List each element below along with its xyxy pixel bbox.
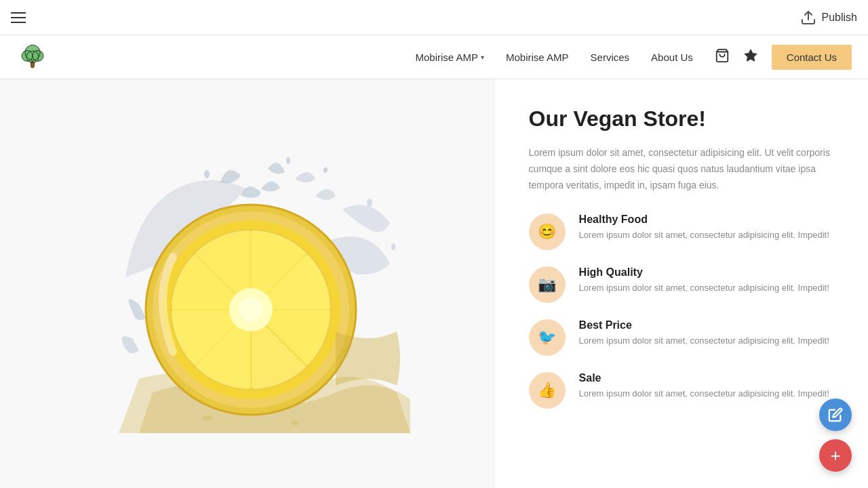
navbar: Mobirise AMP ▾ Mobirise AMP Services Abo…	[0, 35, 868, 79]
publish-label: Publish	[822, 12, 857, 24]
svg-point-18	[323, 167, 328, 173]
lemon-splash-image	[85, 142, 410, 426]
feature-icon-sale: 👍	[529, 372, 566, 409]
toolbar-right: Publish	[778, 9, 857, 26]
feature-icon-healthy-food: 😊	[529, 214, 566, 250]
feature-item-sale: 👍 Sale Lorem ipsum dolor sit amet, conse…	[529, 372, 841, 409]
main-content: Our Vegan Store! Lorem ipsum dolor sit a…	[0, 79, 868, 488]
toolbar-left	[11, 12, 26, 23]
feature-title-high-quality: High Quality	[579, 266, 841, 279]
cart-icon[interactable]	[715, 48, 730, 66]
section-description: Lorem ipsum dolor sit amet, consectetur …	[529, 145, 841, 193]
hero-image-section	[0, 79, 495, 488]
toolbar: Publish	[0, 0, 868, 35]
contact-button[interactable]: Contact Us	[772, 45, 852, 70]
svg-point-20	[391, 243, 395, 250]
feature-text-best-price: Best Price Lorem ipsum dolor sit amet, c…	[579, 319, 841, 348]
feature-item-high-quality: 📷 High Quality Lorem ipsum dolor sit ame…	[529, 266, 841, 303]
feature-icon-high-quality: 📷	[529, 266, 566, 303]
feature-desc-high-quality: Lorem ipsum dolor sit amet, consectetur …	[579, 281, 841, 296]
fab-add-button[interactable]: +	[819, 439, 852, 472]
feature-list: 😊 Healthy Food Lorem ipsum dolor sit ame…	[529, 214, 841, 409]
nav-link-mobirise1[interactable]: Mobirise AMP ▾	[416, 52, 485, 63]
nav-link-about[interactable]: About Us	[651, 52, 693, 63]
navbar-icons	[715, 48, 758, 66]
feature-text-sale: Sale Lorem ipsum dolor sit amet, consect…	[579, 372, 841, 401]
feature-text-healthy-food: Healthy Food Lorem ipsum dolor sit amet,…	[579, 214, 841, 243]
feature-item-healthy-food: 😊 Healthy Food Lorem ipsum dolor sit ame…	[529, 214, 841, 250]
fab-container: +	[819, 399, 852, 472]
publish-button[interactable]: Publish	[800, 9, 857, 26]
hamburger-icon[interactable]	[11, 12, 26, 23]
svg-point-36	[201, 415, 212, 421]
nav-link-services[interactable]: Services	[591, 52, 630, 63]
feature-title-best-price: Best Price	[579, 319, 841, 331]
feature-title-sale: Sale	[579, 372, 841, 384]
nav-link-mobirise2[interactable]: Mobirise AMP	[506, 52, 569, 63]
fab-edit-button[interactable]	[819, 399, 852, 431]
navbar-logo[interactable]	[16, 41, 49, 73]
feature-desc-best-price: Lorem ipsum dolor sit amet, consectetur …	[579, 334, 841, 348]
svg-point-17	[286, 157, 290, 164]
svg-point-33	[239, 298, 263, 322]
svg-point-37	[291, 421, 299, 425]
feature-text-high-quality: High Quality Lorem ipsum dolor sit amet,…	[579, 266, 841, 296]
svg-marker-15	[745, 49, 757, 61]
feature-desc-sale: Lorem ipsum dolor sit amet, consectetur …	[579, 387, 841, 401]
svg-point-19	[367, 199, 372, 207]
navbar-links: Mobirise AMP ▾ Mobirise AMP Services Abo…	[416, 52, 693, 63]
feature-icon-best-price: 🐦	[529, 319, 566, 356]
star-icon[interactable]	[743, 48, 758, 66]
chevron-down-icon: ▾	[481, 54, 484, 61]
svg-point-16	[204, 170, 210, 178]
feature-item-best-price: 🐦 Best Price Lorem ipsum dolor sit amet,…	[529, 319, 841, 356]
content-section: Our Vegan Store! Lorem ipsum dolor sit a…	[495, 79, 868, 488]
feature-desc-healthy-food: Lorem ipsum dolor sit amet, consectetur …	[579, 228, 841, 243]
feature-title-healthy-food: Healthy Food	[579, 214, 841, 226]
section-title: Our Vegan Store!	[529, 106, 841, 131]
